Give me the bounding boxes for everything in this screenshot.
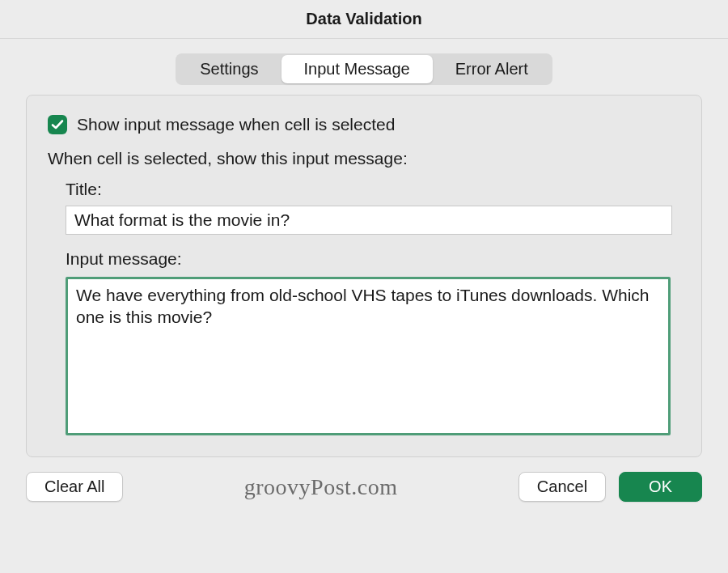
dialog-titlebar: Data Validation <box>0 0 728 39</box>
watermark-text: groovyPost.com <box>244 474 398 499</box>
cancel-button[interactable]: Cancel <box>518 472 606 502</box>
input-message-panel: Show input message when cell is selected… <box>26 95 702 457</box>
ok-button[interactable]: OK <box>619 472 702 502</box>
show-input-message-row: Show input message when cell is selected <box>48 115 680 134</box>
dialog-title: Data Validation <box>306 10 421 28</box>
clear-all-button[interactable]: Clear All <box>26 472 123 502</box>
dialog-footer: Clear All groovyPost.com Cancel OK <box>0 457 728 502</box>
tab-segmented-control: Settings Input Message Error Alert <box>176 53 552 85</box>
footer-right-buttons: Cancel OK <box>518 472 702 502</box>
input-message-field-label: Input message: <box>66 249 680 269</box>
tab-settings[interactable]: Settings <box>177 55 281 83</box>
tab-input-message[interactable]: Input Message <box>281 55 433 83</box>
tabs-row: Settings Input Message Error Alert <box>0 39 728 85</box>
title-field-label: Title: <box>66 180 680 199</box>
footer-spacer: groovyPost.com <box>123 474 518 500</box>
check-icon <box>51 118 64 131</box>
show-input-message-label: Show input message when cell is selected <box>77 115 395 134</box>
input-message-textarea[interactable] <box>66 277 671 435</box>
title-input[interactable] <box>66 206 672 235</box>
section-prompt: When cell is selected, show this input m… <box>48 149 680 168</box>
tab-error-alert[interactable]: Error Alert <box>433 55 551 83</box>
show-input-message-checkbox[interactable] <box>48 115 67 134</box>
data-validation-dialog: Data Validation Settings Input Message E… <box>0 0 728 573</box>
